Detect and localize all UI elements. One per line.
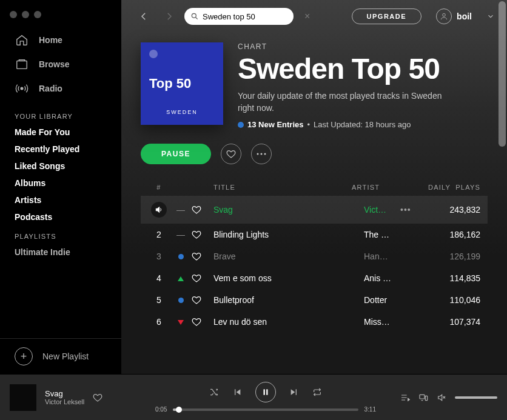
library-item[interactable]: Artists xyxy=(0,192,121,208)
scrollbar[interactable] xyxy=(499,1,506,147)
track-artist[interactable]: The … xyxy=(364,230,400,239)
topbar: × UPGRADE boil xyxy=(121,0,507,33)
track-menu-button[interactable]: ••• xyxy=(400,205,420,215)
track-row[interactable]: —SvagVict…•••243,832 xyxy=(141,196,488,224)
nav-browse[interactable]: Browse xyxy=(5,52,116,76)
spotify-logo-icon xyxy=(149,50,158,58)
devices-button[interactable] xyxy=(418,393,428,402)
search-box[interactable]: × xyxy=(184,8,294,25)
like-track-button[interactable] xyxy=(192,317,213,327)
elapsed-time: 0:05 xyxy=(155,406,167,413)
playlist-header: Top 50 SWEDEN CHART Sweden Top 50 Your d… xyxy=(121,33,507,144)
window-controls xyxy=(0,0,121,21)
tracks-table: # TITLE ARTIST DAILY PLAYS —SvagVict…•••… xyxy=(121,179,507,345)
track-row[interactable]: 4Vem e som ossAnis …114,835 xyxy=(141,267,488,289)
trend-indicator xyxy=(170,295,192,305)
search-input[interactable] xyxy=(203,12,304,21)
progress-bar[interactable] xyxy=(173,408,358,411)
last-updated: Last Updated: 18 hours ago xyxy=(314,120,411,129)
track-artist[interactable]: Dotter xyxy=(364,295,400,305)
track-title[interactable]: Bulletproof xyxy=(213,295,364,305)
header-artist: ARTIST xyxy=(352,184,388,191)
like-track-button[interactable] xyxy=(192,230,213,239)
playlist-controls: PAUSE xyxy=(121,144,507,179)
like-track-button[interactable] xyxy=(192,273,213,283)
new-entries-count: 13 New Entries xyxy=(247,120,304,129)
track-title[interactable]: Lev nu dö sen xyxy=(213,317,364,327)
track-title[interactable]: Svag xyxy=(213,205,364,215)
trend-indicator xyxy=(170,273,192,283)
library-item[interactable]: Podcasts xyxy=(0,208,121,225)
previous-button[interactable] xyxy=(232,387,242,397)
like-track-button[interactable] xyxy=(93,393,102,402)
like-playlist-button[interactable] xyxy=(221,144,241,164)
playlist-meta: 13 New Entries • Last Updated: 18 hours … xyxy=(238,120,444,129)
more-options-button[interactable] xyxy=(251,144,272,164)
play-pause-button[interactable] xyxy=(255,382,276,402)
track-artist[interactable]: Vict… xyxy=(364,205,400,215)
like-track-button[interactable] xyxy=(192,252,213,261)
playlist-cover[interactable]: Top 50 SWEDEN xyxy=(141,42,223,125)
now-playing-cover[interactable] xyxy=(10,384,36,411)
nav-radio[interactable]: Radio xyxy=(5,76,116,101)
track-title[interactable]: Brave xyxy=(213,252,364,261)
user-avatar-icon xyxy=(436,8,452,24)
new-playlist-button[interactable]: + New Playlist xyxy=(0,339,121,374)
nav-forward-button[interactable] xyxy=(159,6,180,27)
trend-indicator: — xyxy=(170,205,192,215)
now-playing-icon xyxy=(151,202,167,218)
search-icon xyxy=(190,12,199,21)
repeat-button[interactable] xyxy=(312,387,322,397)
nav-browse-label: Browse xyxy=(39,59,70,69)
browse-icon xyxy=(15,57,29,72)
traffic-minimize[interactable] xyxy=(22,11,29,18)
next-button[interactable] xyxy=(289,387,299,397)
now-playing-title[interactable]: Svag xyxy=(45,389,84,398)
nav-home[interactable]: Home xyxy=(5,28,116,52)
track-artist[interactable]: Anis … xyxy=(364,273,400,283)
track-row[interactable]: 3BraveHan…126,199 xyxy=(141,245,488,267)
traffic-close[interactable] xyxy=(10,11,17,18)
track-row[interactable]: 6Lev nu dö senMiss…107,374 xyxy=(141,311,488,333)
upgrade-button[interactable]: UPGRADE xyxy=(352,8,422,24)
shuffle-button[interactable] xyxy=(209,387,219,397)
main-content: × UPGRADE boil xyxy=(121,0,507,374)
playlist-title: Sweden Top 50 xyxy=(238,52,444,85)
track-title[interactable]: Blinding Lights xyxy=(213,230,364,239)
track-plays: 110,046 xyxy=(420,295,480,305)
chevron-down-icon xyxy=(486,12,495,21)
nav-back-button[interactable] xyxy=(133,6,154,27)
search-clear-button[interactable]: × xyxy=(304,11,310,22)
header-plays: DAILY PLAYS xyxy=(408,184,480,191)
user-name: boil xyxy=(457,12,472,21)
library-item[interactable]: Recently Played xyxy=(0,141,121,158)
track-row[interactable]: 2—Blinding LightsThe …186,162 xyxy=(141,224,488,245)
volume-slider[interactable] xyxy=(455,396,497,399)
track-plays: 126,199 xyxy=(420,252,480,261)
svg-point-6 xyxy=(264,153,266,155)
track-title[interactable]: Vem e som oss xyxy=(213,273,364,283)
track-artist[interactable]: Han… xyxy=(364,252,400,261)
track-row[interactable]: 5BulletproofDotter110,046 xyxy=(141,289,488,311)
track-number: 3 xyxy=(148,252,170,261)
user-menu[interactable]: boil xyxy=(436,8,495,24)
mute-button[interactable] xyxy=(437,393,446,402)
track-number: 5 xyxy=(148,295,170,305)
library-item[interactable]: Albums xyxy=(0,175,121,192)
svg-point-5 xyxy=(260,153,262,155)
queue-button[interactable] xyxy=(400,393,410,402)
like-track-button[interactable] xyxy=(192,205,213,215)
pause-button[interactable]: PAUSE xyxy=(141,144,211,164)
now-playing-artist[interactable]: Victor Leksell xyxy=(45,398,84,405)
track-artist[interactable]: Miss… xyxy=(364,317,400,327)
playlist-item[interactable]: Ultimate Indie xyxy=(0,244,121,261)
svg-point-3 xyxy=(443,13,446,16)
like-track-button[interactable] xyxy=(192,295,213,305)
nav-radio-label: Radio xyxy=(39,84,62,93)
radio-icon xyxy=(15,81,29,96)
library-item[interactable]: Liked Songs xyxy=(0,158,121,175)
traffic-zoom[interactable] xyxy=(34,11,41,18)
library-item[interactable]: Made For You xyxy=(0,124,121,141)
svg-rect-10 xyxy=(425,396,427,400)
trend-indicator xyxy=(170,252,192,261)
